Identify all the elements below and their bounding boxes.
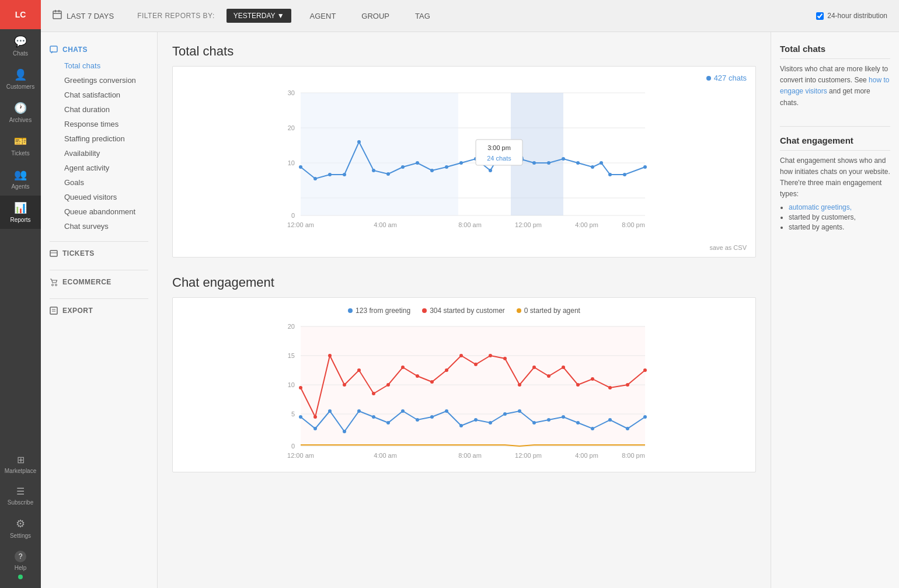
nav-divider-3: [50, 298, 148, 299]
svg-point-100: [416, 418, 419, 422]
nav-duration[interactable]: Chat duration: [50, 102, 148, 117]
nav-section-ecommerce: ECOMMERCE: [41, 273, 157, 295]
legend-customer: 304 started by customer: [422, 307, 505, 315]
nav-section-chats-header[interactable]: CHATS: [50, 46, 148, 54]
svg-text:12:00 pm: 12:00 pm: [515, 221, 542, 228]
settings-icon: ⚙: [16, 517, 25, 530]
chats-icon: 💬: [14, 35, 27, 48]
nav-satisfaction[interactable]: Chat satisfaction: [50, 88, 148, 102]
nav-section-ecommerce-header[interactable]: ECOMMERCE: [50, 278, 148, 286]
filter-group-button[interactable]: GROUP: [354, 9, 396, 23]
svg-point-105: [489, 421, 492, 425]
svg-point-99: [401, 409, 405, 413]
sidebar-item-reports[interactable]: 📊 Reports: [0, 196, 41, 229]
filter-yesterday-button[interactable]: YESTERDAY ▼: [227, 9, 291, 23]
svg-point-85: [547, 374, 550, 378]
tickets-section-label: TICKETS: [62, 249, 95, 258]
distribution-checkbox[interactable]: [816, 12, 824, 20]
svg-text:5: 5: [291, 410, 295, 417]
svg-text:0: 0: [291, 212, 295, 219]
svg-text:10: 10: [288, 159, 295, 166]
nav-goals[interactable]: Goals: [50, 175, 148, 190]
svg-text:20: 20: [288, 323, 295, 330]
svg-point-77: [430, 380, 434, 384]
content-area: CHATS Total chats Greetings conversion C…: [41, 32, 899, 588]
reports-icon: 📊: [14, 201, 27, 214]
distribution-label: 24-hour distribution: [827, 12, 887, 20]
nav-section-tickets: TICKETS: [41, 245, 157, 267]
svg-text:4:00 pm: 4:00 pm: [575, 452, 598, 459]
sidebar-label-marketplace: Marketplace: [5, 468, 36, 474]
svg-point-102: [445, 409, 448, 413]
svg-point-95: [343, 430, 346, 433]
right-total-chats-text: Visitors who chat are more likely to con…: [780, 64, 890, 109]
total-chats-badge: 427 chats: [706, 74, 747, 82]
svg-point-90: [626, 383, 629, 387]
total-chats-svg: 30 20 10 0: [182, 75, 747, 239]
svg-text:20: 20: [288, 124, 295, 131]
auto-greetings-link[interactable]: automatic greetings,: [789, 203, 852, 211]
sidebar-item-marketplace[interactable]: ⊞ Marketplace: [0, 448, 41, 480]
nav-staffing[interactable]: Staffing prediction: [50, 131, 148, 146]
svg-rect-4: [50, 46, 57, 52]
nav-greetings[interactable]: Greetings conversion: [50, 73, 148, 88]
svg-text:12:00 pm: 12:00 pm: [515, 452, 542, 459]
svg-point-28: [372, 169, 375, 172]
total-chats-chart-container: 427 chats 30 20 10 0: [172, 66, 756, 258]
nav-queued[interactable]: Queued visitors: [50, 190, 148, 204]
nav-section-chats: CHATS Total chats Greetings conversion C…: [41, 41, 157, 238]
svg-point-40: [547, 161, 550, 165]
right-engagement-text: Chat engagement shows who and how initia…: [780, 155, 890, 200]
right-total-chats-title: Total chats: [780, 44, 890, 59]
svg-point-107: [518, 409, 521, 413]
svg-point-92: [299, 415, 302, 419]
tickets-icon: 🎫: [14, 135, 27, 148]
sidebar-item-agents[interactable]: 👥 Agents: [0, 162, 41, 196]
svg-point-68: [299, 386, 302, 389]
nav-section-export-header[interactable]: EXPORT: [50, 307, 148, 315]
chat-engagement-section: Chat engagement 123 from greeting 304 st…: [172, 275, 756, 472]
svg-text:8:00 pm: 8:00 pm: [622, 221, 645, 228]
svg-point-29: [386, 172, 390, 176]
sidebar: LC 💬 Chats 👤 Customers 🕐 Archives 🎫 Tick…: [0, 0, 41, 588]
nav-availability[interactable]: Availability: [50, 146, 148, 161]
svg-point-27: [357, 140, 361, 144]
svg-point-32: [430, 169, 434, 172]
sidebar-item-tickets[interactable]: 🎫 Tickets: [0, 129, 41, 162]
nav-section-tickets-header[interactable]: TICKETS: [50, 249, 148, 258]
save-csv-button[interactable]: save as CSV: [182, 241, 747, 254]
status-indicator: [18, 575, 23, 579]
svg-text:12:00 am: 12:00 am: [287, 452, 314, 459]
sidebar-item-settings[interactable]: ⚙ Settings: [0, 512, 41, 545]
nav-response[interactable]: Response times: [50, 117, 148, 131]
svg-point-93: [313, 427, 317, 430]
sidebar-item-subscribe[interactable]: ☰ Subscribe: [0, 480, 41, 512]
app-logo: LC: [0, 0, 41, 29]
distribution-toggle[interactable]: 24-hour distribution: [816, 12, 887, 20]
nav-abandonment[interactable]: Queue abandonment: [50, 204, 148, 219]
svg-point-81: [489, 354, 492, 357]
nav-surveys[interactable]: Chat surveys: [50, 219, 148, 234]
svg-point-75: [401, 366, 405, 369]
sidebar-item-help[interactable]: ? Help: [0, 545, 41, 588]
svg-point-43: [591, 165, 594, 169]
legend-greeting: 123 from greeting: [348, 307, 410, 315]
sidebar-item-customers[interactable]: 👤 Customers: [0, 62, 41, 96]
svg-point-30: [401, 165, 405, 169]
sidebar-item-archives[interactable]: 🕐 Archives: [0, 96, 41, 129]
svg-point-108: [532, 421, 536, 425]
legend-agent: 0 started by agent: [517, 307, 580, 315]
nav-total-chats[interactable]: Total chats: [50, 58, 148, 73]
sidebar-item-chats[interactable]: 💬 Chats: [0, 29, 41, 62]
export-section-label: EXPORT: [62, 307, 93, 315]
svg-point-78: [445, 368, 448, 372]
svg-point-26: [343, 173, 346, 176]
nav-activity[interactable]: Agent activity: [50, 161, 148, 175]
chat-engagement-svg: 20 15 10 5 0: [182, 321, 747, 467]
legend-label-agent: 0 started by agent: [524, 307, 580, 315]
svg-rect-0: [53, 11, 61, 19]
filter-agent-button[interactable]: AGENT: [303, 9, 343, 23]
svg-point-91: [643, 368, 647, 372]
filter-tag-button[interactable]: TAG: [408, 9, 437, 23]
engagement-legend: 123 from greeting 304 started by custome…: [182, 307, 747, 315]
